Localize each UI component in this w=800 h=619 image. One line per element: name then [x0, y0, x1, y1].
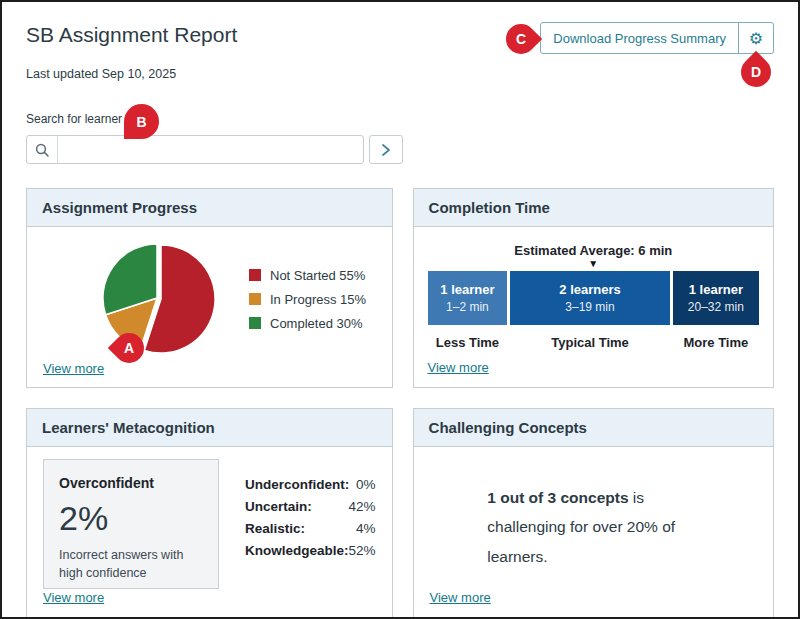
assignment-progress-card: Assignment Progress Not Started 55% — [26, 188, 393, 388]
legend-label-not-started: Not Started 55% — [270, 268, 365, 283]
stat-value: 42% — [349, 499, 376, 514]
stat-label: Knowledgeable: — [245, 543, 349, 558]
overconfident-highlight-box: Overconfident 2% Incorrect answers with … — [43, 459, 219, 589]
search-section: Search for learner B — [26, 109, 774, 164]
callout-marker-d: D — [735, 51, 777, 93]
challenging-concepts-view-more-link[interactable]: View more — [430, 590, 491, 605]
callout-marker-c-label: C — [516, 31, 526, 47]
legend-item-in-progress: In Progress 15% — [249, 292, 366, 307]
metacognition-stats: Underconfident: 0% Uncertain: 42% Realis… — [245, 477, 376, 590]
completion-time-title: Completion Time — [414, 189, 773, 227]
completion-time-card: Completion Time Estimated Average: 6 min… — [413, 188, 774, 388]
zone-label-less-time: Less Time — [428, 335, 508, 350]
callout-marker-b: B — [124, 104, 159, 139]
challenging-concepts-title: Challenging Concepts — [414, 409, 773, 447]
segment-range: 1–2 min — [446, 300, 489, 314]
challenging-concepts-text-bold: 1 out of 3 concepts — [487, 489, 628, 506]
segment-range: 3–19 min — [565, 300, 614, 314]
assignment-progress-view-more-link[interactable]: View more — [43, 361, 104, 376]
settings-button[interactable]: ⚙ D — [738, 23, 773, 53]
pie-legend: Not Started 55% In Progress 15% Complete… — [249, 268, 366, 331]
metacognition-content: Overconfident 2% Incorrect answers with … — [43, 457, 376, 590]
zone-label-typical-time: Typical Time — [510, 335, 669, 350]
segment-range: 20–32 min — [688, 300, 744, 314]
completion-segment-typical: 2 learners 3–19 min — [510, 271, 669, 325]
stat-value: 4% — [356, 521, 376, 536]
last-updated-text: Last updated Sep 10, 2025 — [26, 67, 774, 81]
overconfident-label: Overconfident — [59, 475, 203, 491]
segment-learners: 2 learners — [559, 282, 620, 297]
legend-swatch-completed — [249, 317, 261, 329]
report-page: SB Assignment Report C Download Progress… — [0, 0, 800, 619]
stat-row-realistic: Realistic: 4% — [245, 521, 376, 536]
legend-swatch-not-started — [249, 269, 261, 281]
overconfident-description: Incorrect answers with high confidence — [59, 547, 203, 582]
search-box — [26, 135, 364, 164]
search-submit-button[interactable] — [369, 135, 403, 164]
page-title: SB Assignment Report — [26, 22, 237, 47]
stat-row-uncertain: Uncertain: 42% — [245, 499, 376, 514]
challenging-concepts-card: Challenging Concepts 1 out of 3 concepts… — [413, 408, 774, 618]
cards-grid: Assignment Progress Not Started 55% — [26, 188, 774, 618]
stat-label: Underconfident: — [245, 477, 349, 492]
stat-row-knowledgeable: Knowledgeable: 52% — [245, 543, 376, 558]
zone-label-more-time: More Time — [673, 335, 759, 350]
overconfident-value: 2% — [59, 499, 203, 538]
legend-swatch-in-progress — [249, 293, 261, 305]
search-row — [26, 135, 774, 164]
legend-item-completed: Completed 30% — [249, 316, 366, 331]
legend-label-completed: Completed 30% — [270, 316, 363, 331]
metacognition-card: Learners' Metacognition Overconfident 2%… — [26, 408, 393, 618]
completion-segment-less: 1 learner 1–2 min — [428, 271, 508, 325]
callout-marker-c: C — [500, 18, 542, 60]
completion-zone-labels: Less Time Typical Time More Time — [428, 335, 759, 350]
header-actions: C Download Progress Summary ⚙ D — [540, 22, 774, 54]
assignment-progress-title: Assignment Progress — [27, 189, 392, 227]
search-label: Search for learner — [26, 112, 122, 126]
assignment-progress-content: Not Started 55% In Progress 15% Complete… — [43, 237, 376, 361]
stat-value: 52% — [349, 543, 376, 558]
estimated-average-arrow-icon: ▼ — [428, 259, 759, 269]
callout-marker-b-label: B — [136, 114, 146, 130]
search-icon-cell — [27, 136, 58, 163]
gear-icon: ⚙ — [749, 29, 763, 48]
metacognition-title: Learners' Metacognition — [27, 409, 392, 447]
chevron-right-icon — [380, 143, 392, 157]
stat-label: Uncertain: — [245, 499, 312, 514]
metacognition-view-more-link[interactable]: View more — [43, 590, 104, 605]
completion-time-view-more-link[interactable]: View more — [428, 360, 489, 375]
stat-label: Realistic: — [245, 521, 305, 536]
download-progress-summary-button[interactable]: Download Progress Summary — [541, 23, 738, 53]
callout-marker-a-label: A — [124, 340, 134, 356]
legend-item-not-started: Not Started 55% — [249, 268, 366, 283]
header: SB Assignment Report C Download Progress… — [26, 22, 774, 54]
segment-learners: 1 learner — [689, 282, 743, 297]
search-input[interactable] — [58, 136, 363, 163]
stat-value: 0% — [356, 477, 376, 492]
challenging-concepts-text: 1 out of 3 concepts is challenging for o… — [487, 483, 699, 571]
completion-time-bar: 1 learner 1–2 min 2 learners 3–19 min 1 … — [428, 271, 759, 325]
segment-learners: 1 learner — [440, 282, 494, 297]
legend-label-in-progress: In Progress 15% — [270, 292, 366, 307]
search-icon — [35, 143, 49, 157]
estimated-average-text: Estimated Average: 6 min — [428, 243, 759, 258]
callout-marker-d-label: D — [751, 64, 761, 80]
stat-row-underconfident: Underconfident: 0% — [245, 477, 376, 492]
completion-segment-more: 1 learner 20–32 min — [673, 271, 759, 325]
